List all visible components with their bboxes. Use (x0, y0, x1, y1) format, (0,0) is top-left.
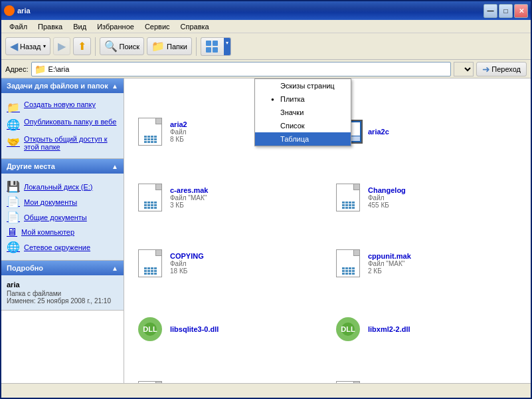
share-icon: 🤝 (7, 136, 20, 148)
menu-edit[interactable]: Правка (33, 21, 68, 32)
file-icon-doc (134, 382, 166, 383)
my-computer-icon: 🖥 (7, 226, 17, 238)
other-header[interactable]: Другие места ▲ (1, 159, 124, 174)
forward-button[interactable]: ▶ (53, 37, 70, 55)
main-area: Задачи для файлов и папок ▲ 📁 Создать но… (1, 78, 531, 383)
file-info: cppunit.mak Файл "МАК" 2 КБ (368, 252, 521, 275)
up-button[interactable]: ⬆ (73, 37, 91, 55)
other-section: Другие места ▲ 💾 Локальный диск (E:) 📄 М… (1, 159, 124, 261)
back-icon: ◀ (10, 40, 18, 53)
file-info: aria2c (368, 128, 521, 136)
address-bar: Адрес: 📁 E:\aria ➜ Переход (1, 60, 531, 78)
svg-rect-3 (213, 47, 218, 53)
detail-collapse-icon: ▲ (112, 265, 118, 272)
view-button[interactable] (201, 37, 224, 56)
detail-body: aria Папка с файлами Изменен: 25 ноября … (1, 275, 124, 310)
task-create-folder[interactable]: 📁 Создать новую папку (7, 98, 118, 116)
file-item[interactable]: Changelog Файл 455 КБ (329, 181, 524, 214)
minimize-button[interactable]: — (484, 4, 497, 18)
search-icon: 🔍 (104, 40, 118, 53)
view-toggle-group: ▾ (201, 37, 231, 56)
folders-label: Папки (167, 43, 187, 51)
title-bar-left: aria (4, 5, 31, 16)
file-name: cppunit.mak (368, 252, 521, 260)
file-name: COPYING (170, 252, 323, 260)
file-info: libsqlite3-0.dll (170, 325, 323, 333)
close-button[interactable]: ✕ (514, 4, 528, 18)
detail-title: aria (7, 281, 118, 289)
tasks-collapse-icon: ▲ (112, 82, 118, 90)
address-dropdown[interactable] (454, 62, 474, 76)
menu-file[interactable]: Файл (4, 21, 33, 32)
other-my-docs[interactable]: 📄 Мои документы (7, 194, 118, 209)
file-icon-doc (134, 118, 166, 145)
back-label: Назад (20, 43, 41, 51)
file-icon-dll: DLL (134, 316, 166, 342)
file-item[interactable]: DLL libsqlite3-0.dll (131, 313, 326, 346)
file-name: c-ares.mak (170, 186, 323, 194)
folders-button[interactable]: 📁 Папки (147, 37, 192, 55)
tasks-header[interactable]: Задачи для файлов и папок ▲ (1, 78, 124, 93)
file-item[interactable]: DLL libxml2-2.dll (329, 313, 524, 346)
detail-modified: Изменен: 25 ноября 2008 г., 21:10 (7, 297, 118, 305)
file-name: aria2c (368, 128, 521, 136)
my-docs-icon: 📄 (7, 196, 20, 208)
menu-help[interactable]: Справка (175, 21, 215, 32)
file-size: 455 КБ (368, 201, 521, 209)
go-icon: ➜ (482, 64, 490, 74)
create-folder-icon: 📁 (7, 101, 20, 114)
tasks-body: 📁 Создать новую папку 🌐 Опубликовать пап… (1, 93, 124, 158)
view-dropdown-button[interactable]: ▾ (224, 37, 231, 56)
detail-section: Подробно ▲ aria Папка с файлами Изменен:… (1, 261, 124, 311)
toolbar-separator-2 (196, 37, 197, 56)
other-shared-docs[interactable]: 📄 Общие документы (7, 209, 118, 225)
file-item[interactable]: cppunit.mak Файл "МАК" 2 КБ (329, 247, 524, 280)
other-local-disk[interactable]: 💾 Локальный диск (E:) (7, 179, 118, 194)
menu-favorites[interactable]: Избранное (92, 21, 139, 32)
maximize-button[interactable]: □ (499, 4, 513, 18)
file-item[interactable]: COPYING Файл 18 КБ (131, 247, 326, 280)
file-icon-doc (332, 382, 364, 383)
file-item[interactable]: aria2c (329, 115, 524, 148)
other-network[interactable]: 🌐 Сетевое окружение (7, 239, 118, 255)
search-label: Поиск (120, 43, 139, 51)
detail-header[interactable]: Подробно ▲ (1, 261, 124, 275)
task-publish-web[interactable]: 🌐 Опубликовать папку в вебе (7, 116, 118, 133)
file-name: Changelog (368, 186, 521, 194)
file-icon-doc (332, 250, 364, 277)
file-size: 2 КБ (368, 267, 521, 275)
view-option-table[interactable]: Таблица (255, 132, 351, 146)
other-body: 💾 Локальный диск (E:) 📄 Мои документы 📄 … (1, 174, 124, 260)
detail-type: Папка с файлами (7, 290, 118, 297)
search-button[interactable]: 🔍 Поиск (100, 37, 144, 55)
folders-icon: 📁 (151, 40, 165, 53)
go-button[interactable]: ➜ Переход (476, 62, 527, 76)
view-option-icons[interactable]: Значки (255, 106, 351, 119)
file-name: libxml2-2.dll (368, 325, 521, 333)
address-label: Адрес: (5, 65, 29, 73)
file-item[interactable]: openssl-mingw.mak Файл "МАК" 3 КБ (329, 378, 524, 383)
up-icon: ⬆ (78, 40, 86, 53)
back-button[interactable]: ◀ Назад ▾ (5, 37, 50, 55)
task-share[interactable]: 🤝 Открыть общий доступ к этой папке (7, 133, 118, 153)
menu-view[interactable]: Вид (68, 21, 92, 32)
view-option-list[interactable]: Список (255, 119, 351, 132)
view-dropdown-menu: Эскизы страниц ● Плитка Значки Список Та… (254, 78, 351, 146)
toolbar-separator-1 (95, 37, 96, 56)
file-item[interactable]: c-ares.mak Файл "МАК" 3 КБ (131, 181, 326, 214)
other-my-computer[interactable]: 🖥 Мой компьютер (7, 225, 118, 239)
shared-docs-icon: 📄 (7, 211, 20, 223)
menu-service[interactable]: Сервис (139, 21, 175, 32)
view-option-thumbnails[interactable]: Эскизы страниц (255, 79, 351, 92)
bullet-icons (271, 110, 276, 116)
view-option-tile[interactable]: ● Плитка (255, 92, 351, 106)
window-title: aria (17, 7, 31, 15)
bullet-tile: ● (271, 96, 276, 102)
tasks-header-label: Задачи для файлов и папок (7, 82, 108, 90)
address-input-wrap: 📁 E:\aria (31, 62, 452, 76)
file-item[interactable]: libxml2.mak Файл "МАК" 3 КБ (131, 378, 326, 383)
file-info: Changelog Файл 455 КБ (368, 186, 521, 209)
file-info: COPYING Файл 18 КБ (170, 252, 323, 275)
file-name: libsqlite3-0.dll (170, 325, 323, 333)
svg-rect-2 (206, 47, 211, 53)
